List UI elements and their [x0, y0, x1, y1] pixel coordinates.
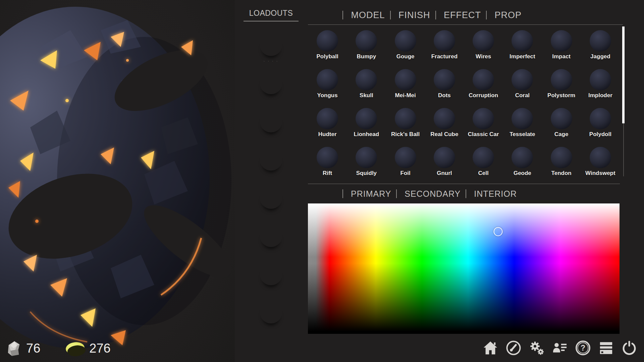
model-item[interactable]: Squidly [347, 142, 386, 181]
model-label: Fractured [431, 53, 458, 60]
model-item[interactable]: Foil [386, 142, 425, 181]
model-thumbnail [317, 108, 338, 129]
model-thumbnail [356, 108, 377, 129]
model-item[interactable]: Classic Car [464, 103, 503, 142]
model-grid: Polyball Bumpy Gouge Fractured Wires Imp… [308, 25, 620, 181]
model-thumbnail [434, 30, 455, 52]
model-thumbnail [512, 30, 533, 52]
model-item[interactable]: Windswept [581, 142, 620, 181]
loadout-thumbnail [260, 262, 282, 285]
model-item[interactable]: Tesselate [503, 103, 542, 142]
model-item[interactable]: Imploder [581, 64, 620, 103]
scrollbar-thumb[interactable] [622, 26, 625, 123]
model-item[interactable]: Cage [542, 103, 581, 142]
shard-count: 76 [26, 341, 40, 356]
model-label: Jagged [590, 53, 610, 60]
shard-icon [6, 340, 21, 357]
help-button[interactable]: ? [575, 339, 591, 357]
model-item[interactable]: Coral [503, 64, 542, 103]
loadout-thumbnail [260, 186, 282, 209]
settings-button[interactable] [529, 339, 545, 357]
loadout-thumbnail [260, 71, 282, 94]
color-tab[interactable]: SECONDARY [391, 189, 461, 199]
model-label: Imploder [588, 92, 612, 99]
model-item[interactable]: Polydoll [581, 103, 620, 142]
model-item[interactable]: Gouge [386, 25, 425, 64]
model-label: Hudter [318, 131, 337, 138]
loadout-item[interactable] [259, 110, 283, 132]
model-thumbnail [590, 30, 611, 52]
loadout-thumbnail [260, 110, 282, 132]
model-thumbnail [317, 30, 338, 52]
model-thumbnail [395, 108, 416, 129]
model-item[interactable]: Gnurl [425, 142, 464, 181]
color-tab[interactable]: PRIMARY [337, 189, 391, 199]
profile-list-icon [552, 340, 568, 356]
model-tab[interactable]: MODEL [337, 10, 385, 20]
model-item[interactable]: Fractured [425, 25, 464, 64]
model-item[interactable]: Tendon [542, 142, 581, 181]
loadout-item[interactable] [259, 186, 283, 209]
quit-button[interactable] [621, 339, 637, 357]
color-picker-selector[interactable] [493, 227, 502, 236]
help-icon: ? [575, 340, 591, 356]
model-thumbnail [356, 30, 377, 52]
model-grid-scrollbar [622, 26, 625, 176]
server-list-icon [598, 340, 614, 356]
color-tab-label: PRIMARY [351, 189, 391, 198]
model-label: Rift [323, 170, 332, 177]
model-thumbnail [590, 69, 611, 90]
model-tab[interactable]: FINISH [385, 10, 430, 20]
model-label: Squidly [356, 170, 377, 177]
paintbrush-icon [505, 340, 522, 356]
model-item[interactable]: Cell [464, 142, 503, 181]
loadout-item[interactable] [259, 301, 283, 323]
loadout-item[interactable] [259, 33, 283, 56]
model-label: Yongus [317, 92, 338, 99]
color-tab[interactable]: INTERIOR [461, 189, 517, 199]
model-item[interactable]: Rift [308, 142, 347, 181]
model-label: Windswept [585, 170, 615, 177]
model-item[interactable]: Real Cube [425, 103, 464, 142]
loadout-item[interactable] [259, 148, 283, 171]
model-thumbnail [551, 30, 572, 52]
model-item[interactable]: Geode [503, 142, 542, 181]
profile-button[interactable] [552, 339, 568, 357]
model-item[interactable]: Impact [542, 25, 581, 64]
color-tab-bar: PRIMARY SECONDARY INTERIOR [337, 189, 517, 199]
model-item[interactable]: Skull [347, 64, 386, 103]
color-picker-gradient[interactable] [308, 203, 620, 334]
model-label: Bumpy [357, 53, 376, 60]
loadout-thumbnail [260, 301, 282, 323]
model-label: Real Cube [430, 131, 458, 138]
model-thumbnail [395, 147, 416, 168]
model-item[interactable]: Wires [464, 25, 503, 64]
model-tab[interactable]: EFFECT [430, 10, 481, 20]
model-tab[interactable]: PROP [481, 10, 522, 20]
model-item[interactable]: Hudter [308, 103, 347, 142]
model-item[interactable]: Bumpy [347, 25, 386, 64]
model-item[interactable]: Rick's Ball [386, 103, 425, 142]
model-item[interactable]: Mei-Mei [386, 64, 425, 103]
model-item[interactable]: Dots [425, 64, 464, 103]
server-list-button[interactable] [598, 339, 614, 357]
model-thumbnail [512, 69, 533, 90]
model-item[interactable]: Imperfect [503, 25, 542, 64]
model-item[interactable]: Jagged [581, 25, 620, 64]
model-label: Geode [514, 170, 531, 177]
home-icon [483, 340, 498, 356]
model-thumbnail [356, 147, 377, 168]
model-item[interactable]: Lionhead [347, 103, 386, 142]
model-item[interactable]: Corruption [464, 64, 503, 103]
home-button[interactable] [482, 339, 498, 357]
panel-divider-top [308, 24, 623, 25]
model-label: Cage [554, 131, 569, 138]
model-item[interactable]: Polystorm [542, 64, 581, 103]
loadout-item[interactable] [259, 224, 283, 247]
paint-button[interactable] [505, 339, 522, 357]
model-thumbnail [473, 108, 494, 129]
model-item[interactable]: Polyball [308, 25, 347, 64]
model-item[interactable]: Yongus [308, 64, 347, 103]
loadout-item[interactable] [259, 71, 283, 94]
loadout-item[interactable] [259, 262, 283, 285]
